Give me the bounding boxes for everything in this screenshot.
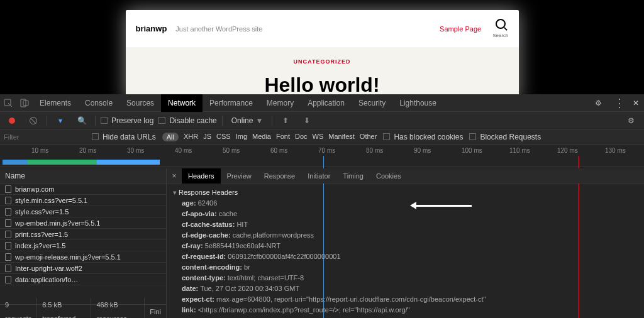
annotation-arrow [415,205,472,207]
filter-type-manifest[interactable]: Manifest [328,133,355,141]
response-header: cf-ray: 5e8854419ec60af4-NRT [173,241,638,251]
has-blocked-cookies-checkbox[interactable]: Has blocked cookies [383,133,463,141]
separator [47,116,47,126]
filter-toggle-button[interactable]: ▾ [52,112,69,129]
details-tab-response[interactable]: Response [258,168,302,184]
preserve-log-checkbox[interactable]: Preserve log [101,116,153,125]
throttling-dropdown[interactable]: Online▼ [228,116,267,125]
timeline-tick: 80 ms [366,147,383,154]
post-category[interactable]: UNCATEGORIZED [126,58,519,65]
search-button[interactable]: Search [492,19,508,38]
pointer-icon [4,99,13,107]
device-toggle-button[interactable] [16,94,33,112]
element-selector-button[interactable] [0,94,16,112]
request-row[interactable]: print.css?ver=1.5 [0,229,166,240]
file-icon [5,276,11,283]
timeline-overview[interactable]: 10 ms20 ms30 ms40 ms50 ms60 ms70 ms80 ms… [0,145,644,167]
request-row[interactable]: brianwp.com [0,184,166,195]
filter-type-doc[interactable]: Doc [295,133,308,141]
header-key: cf-apo-via: [182,210,217,217]
header-key: content-type: [182,274,226,282]
filter-type-media[interactable]: Media [252,133,271,141]
tab-lighthouse[interactable]: Lighthouse [392,94,443,112]
request-row[interactable]: index.js?ver=1.5 [0,240,166,251]
site-title[interactable]: brianwp [136,24,167,33]
request-name: wp-emoji-release.min.js?ver=5.5.1 [15,251,121,263]
file-icon [5,242,11,249]
request-row[interactable]: wp-embed.min.js?ver=5.5.1 [0,217,166,229]
file-icon [5,197,11,204]
filter-type-other[interactable]: Other [360,133,377,141]
disable-cache-checkbox[interactable]: Disable cache [158,116,216,125]
details-tab-bar: × HeadersPreviewResponseInitiatorTimingC… [167,168,644,184]
close-devtools-button[interactable]: ✕ [628,94,644,112]
filter-type-ws[interactable]: WS [313,133,324,141]
filter-type-font[interactable]: Font [276,133,290,141]
network-settings-button[interactable]: ⚙ [623,112,639,129]
post-title[interactable]: Hello world! [126,74,519,97]
search-button[interactable]: 🔍 [74,112,90,129]
request-name: Inter-upright-var.woff2 [15,263,82,274]
timeline-tick: 60 ms [270,147,287,154]
close-details-button[interactable]: × [167,172,182,180]
details-tab-cookies[interactable]: Cookies [370,168,408,184]
blocked-requests-label: Blocked Requests [480,133,541,141]
blocked-requests-checkbox[interactable]: Blocked Requests [469,133,541,141]
hide-data-urls-checkbox[interactable]: Hide data URLs [92,133,156,141]
file-icon [5,253,11,261]
tab-sources[interactable]: Sources [119,94,161,112]
file-icon [5,231,11,238]
header-key: date: [182,285,198,292]
timeline-tick: 110 ms [509,147,530,154]
record-button[interactable] [4,112,20,129]
filter-bar: Hide data URLs AllXHRJSCSSImgMediaFontDo… [0,129,644,145]
request-list: brianwp.comstyle.min.css?ver=5.5.1style.… [0,184,166,304]
tab-performance[interactable]: Performance [203,94,260,112]
network-toolbar: ▾ 🔍 Preserve log Disable cache Online▼ ⬆… [0,112,644,129]
clear-button[interactable] [25,112,42,129]
request-row[interactable]: wp-emoji-release.min.js?ver=5.5.1 [0,251,166,263]
timeline-tick: 130 ms [605,147,626,154]
filter-type-img[interactable]: Img [236,133,247,141]
filter-type-all[interactable]: All [162,133,179,141]
filter-input[interactable] [4,133,86,141]
filter-type-js[interactable]: JS [203,133,211,141]
separator [272,116,272,126]
header-value: Tue, 27 Oct 2020 00:34:03 GMT [198,285,299,292]
tab-application[interactable]: Application [301,94,352,112]
name-column-header[interactable]: Name [0,168,166,184]
tab-memory[interactable]: Memory [260,94,301,112]
response-header: content-type: text/html; charset=UTF-8 [173,273,638,283]
wf-bar [28,160,97,165]
details-tab-preview[interactable]: Preview [221,168,258,184]
tab-network[interactable]: Network [161,94,203,112]
details-tab-timing[interactable]: Timing [336,168,370,184]
download-har-button[interactable]: ⬇ [299,112,315,129]
header-value: 62406 [196,199,218,207]
header-value: cache,platform=wordpress [231,231,314,239]
more-button[interactable]: ⋮ [611,94,628,112]
request-row[interactable]: data:application/fo… [0,274,166,285]
checkbox-icon [383,133,390,140]
file-icon [5,219,11,227]
header-value: cache [217,210,237,217]
request-row[interactable]: style.min.css?ver=5.5.1 [0,195,166,206]
devtools: ElementsConsoleSourcesNetworkPerformance… [0,94,644,318]
settings-button[interactable]: ⚙ [590,94,606,112]
header-key: expect-ct: [182,295,214,303]
request-row[interactable]: style.css?ver=1.5 [0,206,166,217]
response-headers-section[interactable]: Response Headers [173,187,638,198]
filter-type-xhr[interactable]: XHR [184,133,198,141]
filter-type-css[interactable]: CSS [216,133,231,141]
upload-har-button[interactable]: ⬆ [277,112,294,129]
request-name: wp-embed.min.js?ver=5.5.1 [15,217,100,229]
tab-elements[interactable]: Elements [33,94,78,112]
tab-console[interactable]: Console [78,94,119,112]
sample-page-link[interactable]: Sample Page [440,25,481,33]
timeline-tick: 20 ms [79,147,96,154]
tab-security[interactable]: Security [352,94,392,112]
details-tab-initiator[interactable]: Initiator [301,168,336,184]
request-row[interactable]: Inter-upright-var.woff2 [0,263,166,274]
details-tab-headers[interactable]: Headers [182,168,221,184]
separator [222,116,223,126]
